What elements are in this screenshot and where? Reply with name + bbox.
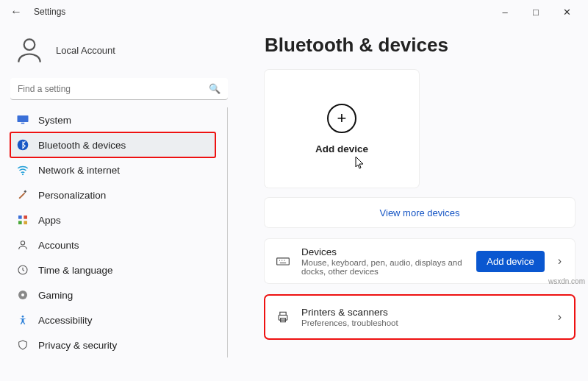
sidebar-item-label: Accounts [38, 240, 79, 251]
search-icon: 🔍 [209, 83, 220, 94]
avatar-icon [13, 34, 46, 66]
account-block[interactable]: Local Account [10, 28, 228, 76]
monitor-icon [16, 113, 29, 127]
sidebar-item-accessibility[interactable]: Accessibility [10, 307, 215, 332]
sidebar-item-time[interactable]: Time & language [10, 257, 215, 282]
svg-rect-5 [24, 190, 26, 193]
svg-point-14 [22, 316, 24, 318]
svg-point-4 [22, 174, 24, 175]
paintbrush-icon [16, 188, 29, 202]
view-more-label: View more devices [380, 207, 460, 218]
person-icon [16, 238, 29, 252]
maximize-button[interactable]: □ [520, 1, 551, 22]
sidebar-item-label: System [38, 115, 71, 126]
svg-rect-2 [21, 123, 25, 124]
clock-icon [16, 263, 29, 277]
search-field[interactable]: 🔍 [10, 78, 228, 100]
keyboard-icon [275, 254, 291, 268]
sidebar-item-label: Personalization [38, 190, 106, 201]
devices-row[interactable]: Devices Mouse, keyboard, pen, audio, dis… [265, 239, 575, 283]
sidebar-item-label: Accessibility [38, 315, 93, 326]
plus-icon: + [327, 104, 356, 133]
back-button[interactable]: ← [6, 5, 26, 18]
svg-rect-16 [279, 316, 287, 321]
svg-rect-7 [24, 216, 27, 219]
apps-icon [16, 213, 29, 227]
minimize-button[interactable]: – [490, 1, 520, 22]
mouse-cursor-icon [354, 155, 366, 170]
svg-rect-1 [18, 115, 29, 122]
account-name: Local Account [56, 45, 115, 56]
devices-row-title: Devices [301, 246, 466, 257]
devices-row-sub: Mouse, keyboard, pen, audio, displays an… [301, 258, 466, 276]
main-content: Bluetooth & devices + Add device View mo… [235, 24, 588, 381]
sidebar-item-privacy[interactable]: Privacy & security [10, 332, 215, 357]
svg-point-0 [24, 39, 35, 50]
printers-row[interactable]: Printers & scanners Preferences, trouble… [265, 295, 575, 339]
sidebar-item-apps[interactable]: Apps [10, 207, 215, 232]
add-device-button[interactable]: Add device [476, 251, 544, 272]
svg-point-10 [21, 241, 24, 245]
printer-icon [275, 310, 291, 324]
add-device-card[interactable]: + Add device [265, 70, 419, 188]
gaming-icon [16, 288, 29, 302]
search-input[interactable] [10, 78, 228, 100]
close-button[interactable]: ✕ [551, 1, 582, 22]
sidebar: Local Account 🔍 System Bluetooth & [0, 24, 235, 381]
watermark: wsxdn.com [548, 277, 585, 285]
bluetooth-icon [16, 138, 29, 152]
sidebar-item-label: Privacy & security [38, 340, 117, 351]
sidebar-item-label: Apps [38, 215, 61, 226]
body: Local Account 🔍 System Bluetooth & [0, 24, 588, 381]
sidebar-item-network[interactable]: Network & internet [10, 157, 215, 182]
shield-icon [16, 338, 29, 352]
sidebar-item-accounts[interactable]: Accounts [10, 232, 215, 257]
wifi-icon [16, 163, 29, 177]
sidebar-item-system[interactable]: System [10, 107, 215, 132]
svg-rect-9 [24, 221, 27, 224]
accessibility-icon [16, 313, 29, 327]
sidebar-item-label: Bluetooth & devices [38, 140, 126, 151]
svg-rect-15 [277, 258, 290, 265]
nav: System Bluetooth & devices Network & int… [10, 107, 228, 357]
sidebar-item-bluetooth[interactable]: Bluetooth & devices [10, 132, 215, 157]
devices-row-text: Devices Mouse, keyboard, pen, audio, dis… [301, 246, 466, 276]
sidebar-item-personalization[interactable]: Personalization [10, 182, 215, 207]
view-more-devices-link[interactable]: View more devices [265, 198, 575, 227]
sidebar-item-label: Time & language [38, 265, 113, 276]
printers-row-sub: Preferences, troubleshoot [301, 318, 545, 327]
titlebar: ← Settings – □ ✕ [0, 0, 588, 24]
sidebar-item-label: Network & internet [38, 165, 120, 176]
add-device-label: Add device [315, 143, 368, 154]
sidebar-item-gaming[interactable]: Gaming [10, 282, 215, 307]
printers-row-text: Printers & scanners Preferences, trouble… [301, 307, 545, 327]
window-title: Settings [34, 7, 65, 17]
printers-row-title: Printers & scanners [301, 307, 545, 318]
svg-rect-6 [18, 216, 22, 219]
svg-rect-8 [18, 221, 22, 224]
settings-window: ← Settings – □ ✕ Local Account 🔍 [0, 0, 588, 381]
chevron-right-icon[interactable]: › [555, 310, 564, 324]
chevron-right-icon[interactable]: › [555, 254, 564, 268]
svg-rect-17 [280, 312, 286, 315]
sidebar-item-label: Gaming [38, 290, 73, 301]
svg-point-13 [21, 293, 24, 296]
page-title: Bluetooth & devices [265, 34, 575, 57]
